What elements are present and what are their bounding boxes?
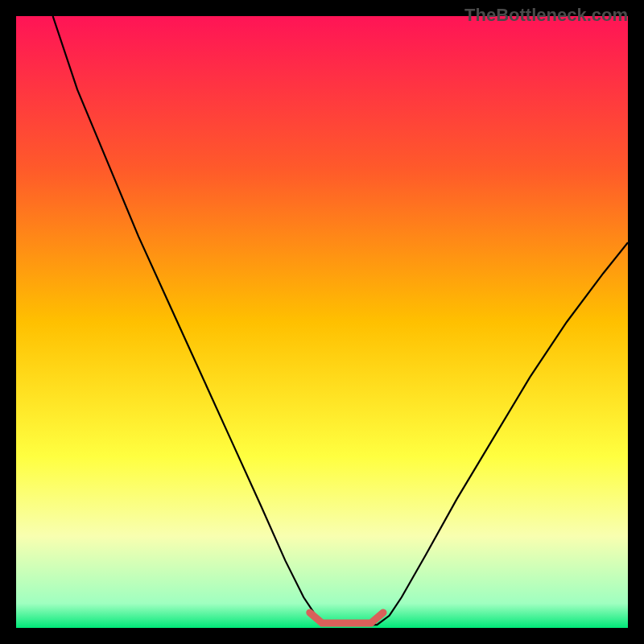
watermark-text: TheBottleneck.com — [464, 5, 628, 26]
chart-plot-area — [16, 16, 628, 628]
gradient-background — [16, 16, 628, 628]
bottleneck-chart — [16, 16, 628, 628]
